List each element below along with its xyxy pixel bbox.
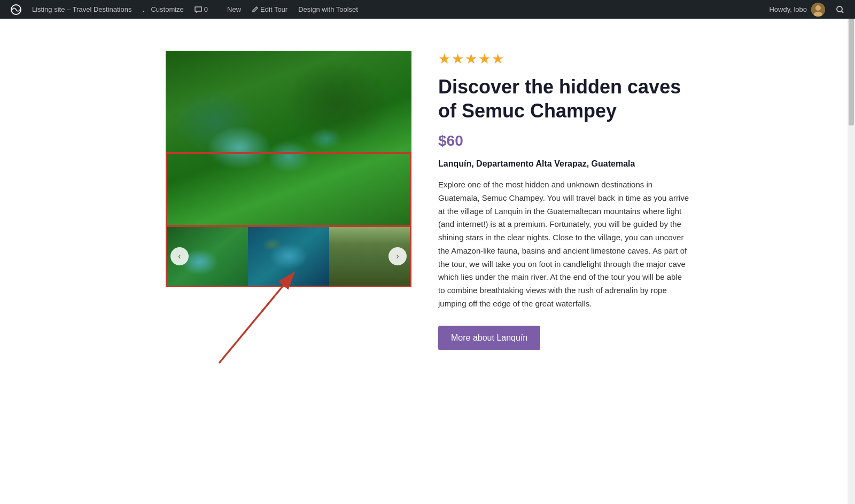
scrollbar-track[interactable] (848, 19, 855, 504)
tour-price: $60 (438, 132, 689, 149)
gallery-column: ‹ › (166, 51, 411, 350)
star-3: ★ (465, 51, 477, 67)
star-5: ★ (492, 51, 504, 67)
details-column: ★ ★ ★ ★ ★ Discover the hidden caves of S… (438, 51, 689, 350)
new-icon (219, 6, 225, 13)
content-area: ‹ › (0, 19, 855, 382)
tour-description: Explore one of the most hidden and unkno… (438, 178, 689, 311)
customize-icon (142, 6, 149, 13)
design-toolset-link[interactable]: Design with Toolset (293, 0, 363, 19)
admin-bar: Listing site – Travel Destinations Custo… (0, 0, 855, 19)
svg-point-2 (815, 5, 821, 11)
customize-label: Customize (151, 5, 183, 13)
howdy-text: Howdy, lobo (769, 5, 807, 13)
main-image (166, 51, 411, 227)
site-name-label: Listing site – Travel Destinations (32, 5, 131, 13)
thumbnail-2[interactable] (248, 227, 329, 286)
scrollbar-thumb[interactable] (849, 19, 854, 125)
customize-link[interactable]: Customize (137, 0, 189, 19)
prev-button[interactable]: ‹ (170, 247, 189, 265)
stars-row: ★ ★ ★ ★ ★ (438, 51, 689, 67)
new-label: New (227, 5, 241, 13)
howdy-link[interactable]: Howdy, lobo (764, 0, 830, 19)
new-link[interactable]: New (213, 0, 246, 19)
comments-icon (195, 6, 202, 13)
next-button[interactable]: › (388, 247, 407, 265)
tour-location: Lanquín, Departamento Alta Verapaz, Guat… (438, 159, 689, 169)
tour-title: Discover the hidden caves of Semuc Champ… (438, 75, 689, 123)
user-avatar (811, 3, 825, 17)
svg-line-6 (219, 286, 283, 363)
edit-tour-link[interactable]: Edit Tour (246, 0, 293, 19)
thumbnails-row: ‹ › (166, 225, 411, 287)
star-2: ★ (452, 51, 464, 67)
wp-logo-link[interactable] (5, 0, 27, 19)
edit-tour-label: Edit Tour (260, 5, 287, 13)
site-name-link[interactable]: Listing site – Travel Destinations (27, 0, 137, 19)
search-icon (836, 5, 844, 14)
more-about-button[interactable]: More about Lanquín (438, 326, 540, 350)
design-toolset-label: Design with Toolset (298, 5, 358, 13)
main-image-visual (166, 51, 411, 227)
svg-point-4 (837, 6, 842, 12)
comments-count: 0 (204, 5, 208, 13)
comments-link[interactable]: 0 (189, 0, 213, 19)
star-4: ★ (478, 51, 491, 67)
page-wrapper: ‹ › (0, 19, 855, 504)
wp-logo-icon (11, 4, 21, 15)
star-1: ★ (438, 51, 450, 67)
edit-icon (252, 6, 258, 13)
search-link[interactable] (830, 0, 850, 19)
inner-content: ‹ › (166, 51, 689, 350)
